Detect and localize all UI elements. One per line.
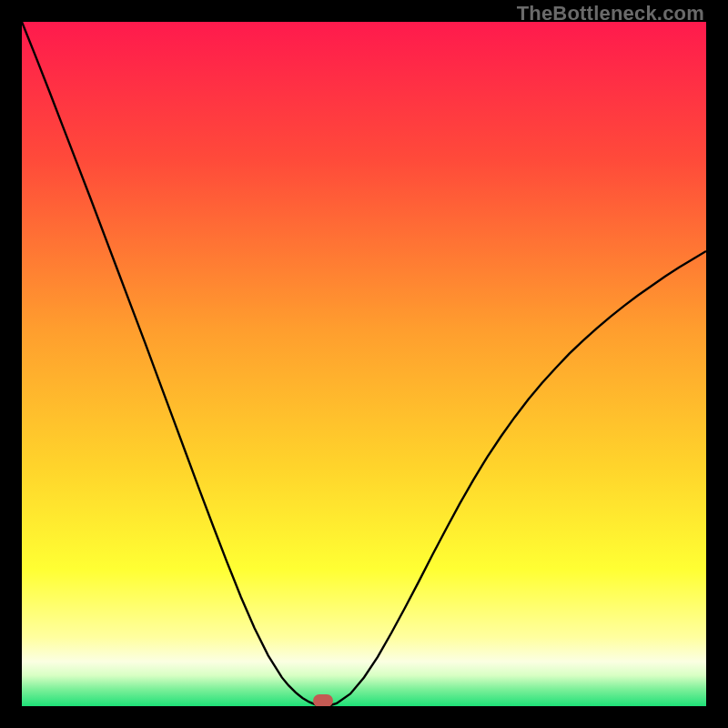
chart-frame: TheBottleneck.com xyxy=(0,0,728,728)
watermark-text: TheBottleneck.com xyxy=(517,2,704,25)
bottleneck-curve xyxy=(22,22,706,706)
optimal-marker xyxy=(313,694,333,706)
plot-area xyxy=(22,22,706,706)
